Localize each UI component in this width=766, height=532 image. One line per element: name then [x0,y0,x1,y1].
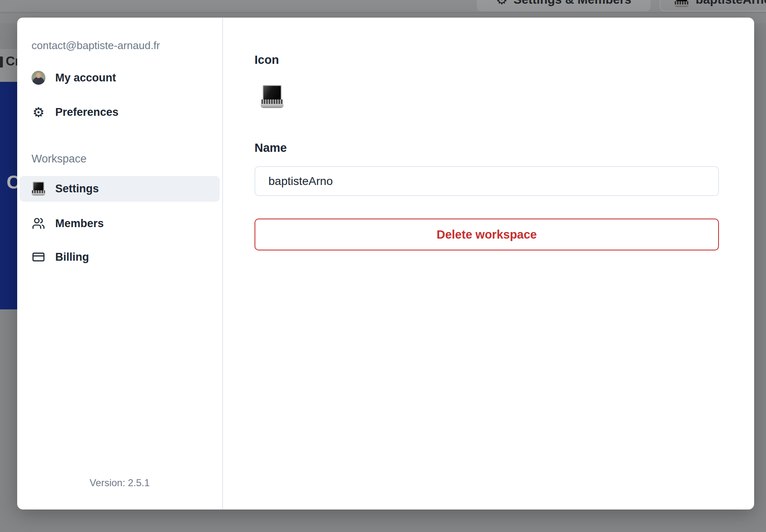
background-tab-fragment [0,56,3,68]
settings-members-button[interactable]: ⚙ Settings & Members [477,0,651,11]
billing-label: Billing [55,251,89,264]
members-label: Members [55,217,104,230]
background-toolbar [0,0,766,13]
delete-workspace-button[interactable]: Delete workspace [255,219,719,250]
sidebar-item-members[interactable]: Members [32,214,104,233]
user-email: contact@baptiste-arnaud.fr [32,39,160,52]
version-text: Version: 2.5.1 [17,477,222,489]
name-section-title: Name [255,141,287,155]
modal-sidebar: contact@baptiste-arnaud.fr My account ⚙ … [17,18,222,509]
my-account-label: My account [55,72,116,84]
sidebar-item-billing[interactable]: Billing [32,247,89,267]
gear-icon: ⚙ [496,0,508,6]
workspace-icon-laptop[interactable] [261,85,284,108]
preferences-label: Preferences [55,106,119,119]
sidebar-item-my-account[interactable]: My account [32,68,116,88]
gear-icon: ⚙ [32,106,45,119]
account-menu-button[interactable]: baptisteArno [660,0,766,11]
settings-members-label: Settings & Members [514,0,631,7]
settings-label: Settings [55,183,99,195]
avatar [32,71,45,85]
workspace-section-title: Workspace [32,153,87,165]
sidebar-item-preferences[interactable]: ⚙ Preferences [32,102,119,122]
credit-card-icon [32,250,45,264]
modal-content: Icon Name Delete workspace [223,18,754,509]
settings-modal: contact@baptiste-arnaud.fr My account ⚙ … [17,18,754,509]
account-label: baptisteArno [696,0,766,7]
sidebar-item-settings[interactable]: Settings [32,179,99,198]
delete-workspace-label: Delete workspace [437,228,537,241]
workspace-name-input[interactable] [255,166,719,196]
icon-section-title: Icon [255,53,279,67]
laptop-icon [32,182,45,196]
laptop-icon [674,0,689,7]
app-screen: ⚙ Settings & Members baptisteArno Cr C c… [0,0,766,532]
users-icon [32,217,45,230]
